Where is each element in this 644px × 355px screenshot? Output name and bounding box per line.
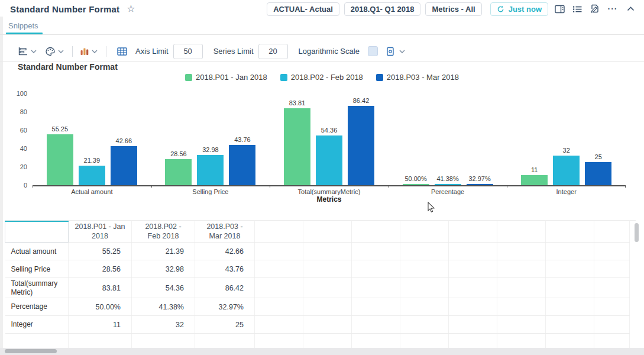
empty-header-cell (255, 221, 303, 243)
bar[interactable] (165, 159, 192, 185)
bar[interactable] (79, 166, 105, 185)
bar-value-label: 42.66 (116, 137, 132, 144)
empty-header-cell (449, 221, 497, 243)
x-axis-tick (507, 185, 507, 188)
legend-item[interactable]: 2018.P03 - Mar 2018 (376, 73, 459, 82)
legend-label: 2018.P02 - Feb 2018 (291, 73, 363, 82)
empty-cell (400, 260, 449, 278)
bar[interactable] (229, 145, 255, 185)
x-axis-category-labels: Actual amountSelling PriceTotal(summaryM… (33, 188, 626, 195)
window-edge (0, 17, 3, 355)
bar-value-label: 21.39 (84, 157, 101, 164)
chevron-down-icon[interactable] (92, 50, 98, 53)
bar[interactable] (521, 175, 548, 185)
refresh-button[interactable]: Just now (490, 2, 548, 16)
legend-label: 2018.P01 - Jan 2018 (196, 73, 267, 82)
chart-title: Standard Number Format (18, 62, 118, 72)
collapse-chevron-icon[interactable] (624, 2, 637, 15)
empty-cell (594, 243, 630, 260)
palette-icon[interactable] (45, 47, 56, 56)
bar-value-label: 43.76 (234, 136, 251, 143)
bar-group: 83.8154.3686.42 (270, 93, 389, 185)
tab-snippets[interactable]: Snippets (8, 21, 38, 30)
column-chart-icon[interactable] (80, 47, 89, 56)
bar[interactable] (348, 106, 374, 185)
chevron-down-icon[interactable] (399, 50, 405, 53)
bar[interactable] (585, 162, 611, 185)
table-grid-icon[interactable] (117, 47, 127, 56)
empty-cell (255, 243, 303, 260)
empty-cell (400, 243, 449, 260)
empty-cell (594, 260, 630, 278)
bar[interactable] (316, 135, 342, 185)
bar[interactable] (197, 155, 224, 185)
filter-chip-quarter[interactable]: 2018.Q1- Q1 2018 (344, 2, 421, 16)
bar[interactable] (553, 156, 580, 185)
category-label: Selling Price (151, 188, 270, 195)
legend-item[interactable]: 2018.P02 - Feb 2018 (280, 73, 363, 82)
empty-cell (352, 243, 400, 260)
list-icon[interactable] (571, 2, 584, 15)
more-options-icon[interactable]: ··· (606, 2, 619, 15)
bar[interactable] (435, 184, 461, 185)
horizontal-scrollbar-thumb[interactable] (5, 349, 57, 353)
cell-value: 86.42 (195, 278, 255, 298)
axis-limit-label: Axis Limit (135, 47, 169, 56)
filter-chip-actual[interactable]: ACTUAL- Actual (267, 2, 339, 16)
bar[interactable] (403, 184, 429, 185)
table-header-row: 2018.P01 - Jan 20182018.P02 - Feb 201820… (5, 221, 630, 243)
row-label: Percentage (5, 298, 69, 316)
bar-value-label: 32.97% (468, 175, 490, 182)
column-header[interactable]: 2018.P03 - Mar 2018 (195, 221, 255, 243)
chart-toolbar: Axis Limit Series Limit Logarithmic Scal… (0, 41, 644, 62)
column-header[interactable]: 2018.P02 - Feb 2018 (132, 221, 195, 243)
layout-panel-icon[interactable] (553, 2, 566, 15)
table-body: Actual amount55.2521.3942.66Selling Pric… (5, 243, 630, 348)
cell-value: 54.36 (132, 278, 195, 298)
row-label: Selling Price (5, 260, 69, 278)
column-header[interactable]: 2018.P01 - Jan 2018 (69, 221, 132, 243)
empty-cell (546, 316, 594, 334)
log-scale-checkbox[interactable] (368, 46, 378, 56)
active-tab-indicator (6, 33, 43, 34)
bar[interactable] (111, 146, 137, 185)
bar-with-label: 50.00% (403, 175, 429, 185)
chevron-down-icon[interactable] (31, 50, 37, 53)
empty-cell (303, 260, 352, 278)
bar-value-label: 83.81 (289, 99, 306, 106)
empty-table-row (5, 334, 630, 348)
empty-cell (5, 334, 69, 348)
x-axis-tick (270, 185, 270, 188)
filter-chip-metrics[interactable]: Metrics - All (425, 2, 481, 16)
vertical-scrollbar[interactable] (635, 223, 639, 242)
cell-value: 21.39 (132, 243, 195, 260)
empty-cell (400, 334, 449, 348)
empty-header-cell (594, 221, 630, 243)
legend-item[interactable]: 2018.P01 - Jan 2018 (185, 73, 267, 82)
document-edit-icon[interactable] (588, 2, 601, 15)
bar-with-label: 11 (521, 166, 548, 185)
row-label: Total(summaryMetric) (5, 278, 69, 298)
empty-cell (546, 298, 594, 316)
empty-cell (497, 243, 546, 260)
empty-cell (255, 316, 303, 334)
bar[interactable] (284, 108, 310, 185)
series-limit-input[interactable] (258, 44, 288, 59)
empty-cell (594, 334, 630, 348)
bar-chart-horizontal-icon[interactable] (18, 47, 28, 56)
tab-bar: Snippets (0, 18, 644, 35)
export-file-icon[interactable] (386, 47, 394, 56)
bar[interactable] (47, 134, 73, 185)
corner-header-cell[interactable] (5, 221, 69, 243)
bar-with-label: 25 (585, 153, 611, 185)
horizontal-scrollbar-track[interactable] (0, 348, 644, 355)
bar[interactable] (467, 184, 493, 185)
bar-with-label: 32.97% (467, 175, 493, 185)
category-label: Integer (507, 188, 626, 195)
favorite-star-icon[interactable]: ☆ (127, 4, 135, 14)
chevron-down-icon[interactable] (58, 50, 64, 53)
axis-limit-input[interactable] (173, 44, 203, 59)
cell-value: 25 (195, 316, 255, 334)
cell-value: 28.56 (69, 260, 132, 278)
empty-cell (546, 260, 594, 278)
